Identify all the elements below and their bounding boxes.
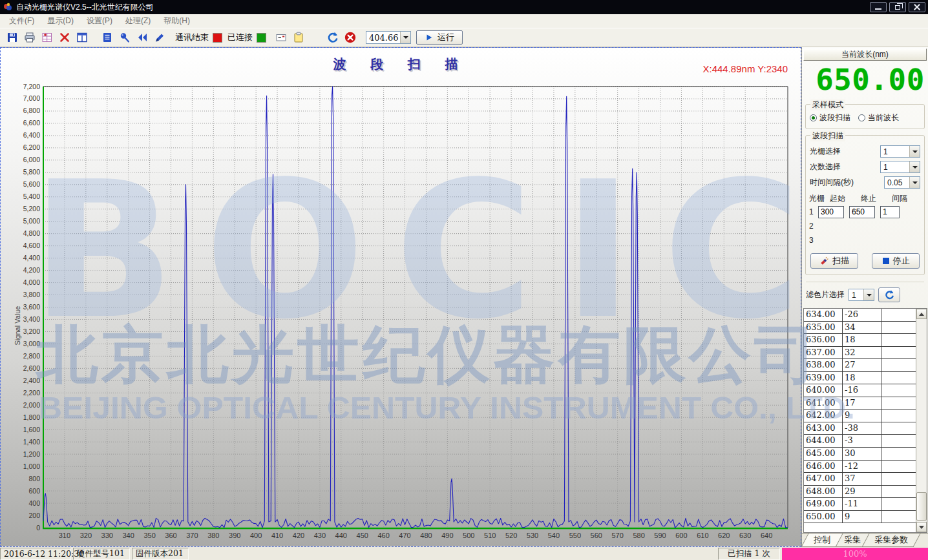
save-button[interactable] bbox=[5, 30, 19, 45]
toolbar: 通讯结束 已连接 404.66 运行 bbox=[0, 28, 928, 47]
menu-item-0[interactable]: 文件(F) bbox=[3, 14, 41, 28]
close-button[interactable] bbox=[909, 2, 925, 12]
stop-comm-button[interactable] bbox=[343, 30, 357, 45]
clipboard-button[interactable] bbox=[291, 30, 306, 45]
run-button[interactable]: 运行 bbox=[416, 30, 463, 45]
start-wavelength-input[interactable] bbox=[818, 206, 844, 218]
step-interval-input[interactable] bbox=[880, 206, 900, 218]
grating-select-dropdown[interactable]: 1 bbox=[880, 145, 920, 158]
panel-tabs: 控制采集采集参数 bbox=[802, 533, 928, 547]
wavelength-combo[interactable]: 404.66 bbox=[366, 31, 411, 44]
svg-text:2,600: 2,600 bbox=[23, 364, 40, 372]
readings-scrollbar[interactable] bbox=[916, 309, 927, 532]
reading-row[interactable]: 645.0030 bbox=[804, 448, 916, 461]
reading-row[interactable]: 635.0034 bbox=[804, 322, 916, 335]
reading-row[interactable]: 642.009 bbox=[804, 410, 916, 422]
reading-empty-cell bbox=[881, 397, 916, 410]
sampling-mode-option-label[interactable]: 当前波长 bbox=[868, 112, 899, 123]
reading-row[interactable]: 641.0017 bbox=[804, 397, 916, 410]
filter-refresh-button[interactable] bbox=[878, 287, 900, 302]
tab-0[interactable]: 控制 bbox=[802, 534, 843, 547]
svg-text:4,600: 4,600 bbox=[23, 242, 40, 249]
connection-indicator bbox=[257, 33, 266, 43]
svg-text:0: 0 bbox=[36, 524, 40, 532]
menu-item-4[interactable]: 帮助(H) bbox=[157, 14, 196, 28]
svg-text:4,200: 4,200 bbox=[23, 266, 40, 274]
svg-text:1,800: 1,800 bbox=[23, 413, 40, 421]
reading-wavelength: 641.00 bbox=[804, 397, 843, 410]
filter-select-dropdown-button[interactable] bbox=[863, 289, 874, 300]
reading-row[interactable]: 647.0037 bbox=[804, 473, 916, 486]
svg-text:7,200: 7,200 bbox=[23, 83, 40, 90]
form-edit-button[interactable] bbox=[274, 30, 288, 45]
pen-button[interactable] bbox=[153, 30, 167, 45]
interval-dropdown-button[interactable] bbox=[909, 177, 920, 188]
reading-row[interactable]: 640.00-16 bbox=[804, 384, 916, 397]
rewind-button[interactable] bbox=[135, 30, 149, 45]
spectrum-chart[interactable]: 02004006008001,0001,2001,4001,6001,8002,… bbox=[1, 48, 801, 546]
minimize-button[interactable] bbox=[870, 2, 887, 12]
form-edit-icon bbox=[275, 31, 288, 44]
grating-select-dropdown-button[interactable] bbox=[909, 146, 920, 157]
scroll-down-button[interactable] bbox=[916, 522, 927, 532]
pin-button[interactable] bbox=[118, 30, 132, 45]
reading-value: 17 bbox=[843, 397, 881, 410]
reading-row[interactable]: 634.00-26 bbox=[804, 309, 916, 322]
restore-button[interactable] bbox=[889, 2, 906, 12]
grating-row-2: 2 bbox=[809, 220, 921, 233]
scrollbar-thumb[interactable] bbox=[916, 492, 927, 521]
scan-button[interactable]: 扫描 bbox=[810, 253, 858, 269]
reading-row[interactable]: 649.00-11 bbox=[804, 498, 916, 511]
chevron-down-icon bbox=[403, 36, 408, 39]
interval-dropdown[interactable]: 0.05 bbox=[884, 176, 920, 189]
reading-row[interactable]: 643.00-38 bbox=[804, 422, 916, 435]
svg-text:1,000: 1,000 bbox=[23, 462, 40, 470]
svg-text:400: 400 bbox=[28, 499, 40, 507]
svg-text:590: 590 bbox=[654, 532, 666, 539]
sampling-mode-option-label[interactable]: 波段扫描 bbox=[819, 112, 850, 123]
times-select-dropdown[interactable]: 1 bbox=[880, 161, 920, 173]
sampling-mode-group: 采样模式 波段扫描当前波长 bbox=[805, 104, 925, 129]
reading-row[interactable]: 637.0032 bbox=[804, 347, 916, 360]
refresh-button[interactable] bbox=[326, 30, 340, 45]
data-grid-button[interactable] bbox=[40, 30, 54, 45]
reading-empty-cell bbox=[881, 473, 916, 485]
scroll-up-button[interactable] bbox=[916, 309, 927, 319]
stop-button[interactable]: 停止 bbox=[872, 253, 920, 269]
svg-text:490: 490 bbox=[441, 532, 453, 539]
reading-row[interactable]: 636.0018 bbox=[804, 334, 916, 347]
filter-select-dropdown[interactable]: 1 bbox=[849, 289, 874, 301]
wavelength-combo-dropdown-button[interactable] bbox=[400, 32, 410, 43]
menu-item-2[interactable]: 设置(P) bbox=[80, 14, 119, 28]
filter-select-row: 滤色片选择 1 bbox=[806, 282, 924, 302]
times-select-dropdown-button[interactable] bbox=[909, 161, 920, 172]
report-button[interactable] bbox=[100, 30, 114, 45]
reading-wavelength: 645.00 bbox=[804, 448, 843, 460]
view-columns-button[interactable] bbox=[75, 30, 89, 45]
wavelength-combo-value: 404.66 bbox=[366, 33, 400, 43]
svg-text:5,200: 5,200 bbox=[23, 205, 40, 213]
reading-row[interactable]: 646.00-12 bbox=[804, 461, 916, 473]
reading-value: 34 bbox=[843, 322, 881, 334]
print-button[interactable] bbox=[23, 30, 37, 45]
reading-row[interactable]: 638.0027 bbox=[804, 359, 916, 372]
sampling-mode-radio-1[interactable] bbox=[858, 114, 865, 121]
svg-text:2,200: 2,200 bbox=[23, 389, 40, 397]
reading-row[interactable]: 644.00-3 bbox=[804, 435, 916, 448]
chart-panel[interactable]: 波 段 扫 描 X:444.89nm Y:2340 02004006008001… bbox=[0, 47, 801, 547]
reading-value: 27 bbox=[843, 359, 881, 371]
reading-row[interactable]: 650.009 bbox=[804, 511, 916, 524]
delete-button[interactable] bbox=[58, 30, 72, 45]
current-wavelength-header: 当前波长(nm) bbox=[803, 48, 927, 61]
scan-icon bbox=[819, 256, 829, 266]
reading-row[interactable]: 648.0029 bbox=[804, 486, 916, 499]
svg-text:330: 330 bbox=[101, 532, 113, 539]
svg-text:410: 410 bbox=[271, 532, 283, 539]
sampling-mode-radio-0[interactable] bbox=[810, 114, 817, 121]
end-wavelength-input[interactable] bbox=[849, 206, 875, 218]
tab-2[interactable]: 采集参数 bbox=[861, 534, 920, 547]
menu-item-3[interactable]: 处理(Z) bbox=[119, 14, 157, 28]
reading-row[interactable]: 639.0018 bbox=[804, 372, 916, 385]
menu-item-1[interactable]: 显示(D) bbox=[41, 14, 80, 28]
connection-label: 已连接 bbox=[227, 32, 253, 43]
